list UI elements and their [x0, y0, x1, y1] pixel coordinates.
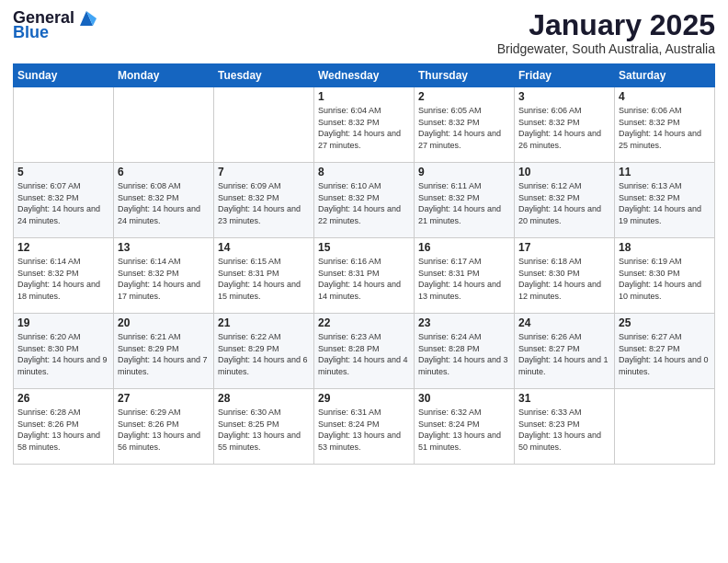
day-number: 12	[17, 241, 109, 254]
col-friday: Friday	[515, 64, 615, 87]
calendar-cell: 23Sunrise: 6:24 AMSunset: 8:28 PMDayligh…	[415, 314, 515, 389]
day-number: 10	[518, 166, 610, 178]
calendar-cell: 13Sunrise: 6:14 AMSunset: 8:32 PMDayligh…	[114, 238, 214, 314]
day-number: 28	[218, 392, 310, 405]
calendar-cell: 3Sunrise: 6:06 AMSunset: 8:32 PMDaylight…	[515, 87, 615, 163]
logo-icon	[76, 9, 97, 28]
day-number: 11	[619, 166, 711, 178]
day-info: Sunrise: 6:23 AMSunset: 8:28 PMDaylight:…	[318, 331, 410, 377]
day-info: Sunrise: 6:30 AMSunset: 8:25 PMDaylight:…	[218, 407, 310, 453]
calendar-week-1: 1Sunrise: 6:04 AMSunset: 8:32 PMDaylight…	[14, 87, 715, 163]
day-number: 19	[17, 316, 109, 329]
day-number: 31	[518, 392, 610, 405]
day-info: Sunrise: 6:31 AMSunset: 8:24 PMDaylight:…	[318, 407, 410, 453]
day-info: Sunrise: 6:14 AMSunset: 8:32 PMDaylight:…	[17, 256, 109, 302]
day-info: Sunrise: 6:20 AMSunset: 8:30 PMDaylight:…	[17, 331, 109, 377]
calendar-cell	[214, 87, 314, 163]
day-info: Sunrise: 6:24 AMSunset: 8:28 PMDaylight:…	[418, 331, 510, 377]
day-number: 2	[418, 90, 510, 103]
day-number: 5	[17, 166, 109, 178]
day-number: 17	[518, 241, 610, 254]
day-number: 4	[619, 90, 711, 103]
calendar-cell: 27Sunrise: 6:29 AMSunset: 8:26 PMDayligh…	[114, 389, 214, 465]
calendar-cell: 19Sunrise: 6:20 AMSunset: 8:30 PMDayligh…	[14, 314, 114, 389]
calendar-week-3: 12Sunrise: 6:14 AMSunset: 8:32 PMDayligh…	[14, 238, 715, 314]
day-info: Sunrise: 6:10 AMSunset: 8:32 PMDaylight:…	[318, 180, 410, 226]
day-number: 26	[17, 392, 109, 405]
calendar-cell: 12Sunrise: 6:14 AMSunset: 8:32 PMDayligh…	[14, 238, 114, 314]
calendar-cell: 9Sunrise: 6:11 AMSunset: 8:32 PMDaylight…	[415, 163, 515, 238]
day-number: 23	[418, 316, 510, 329]
day-info: Sunrise: 6:07 AMSunset: 8:32 PMDaylight:…	[17, 180, 109, 226]
day-info: Sunrise: 6:21 AMSunset: 8:29 PMDaylight:…	[118, 331, 210, 377]
day-number: 30	[418, 392, 510, 405]
day-info: Sunrise: 6:27 AMSunset: 8:27 PMDaylight:…	[619, 331, 711, 377]
calendar-cell: 21Sunrise: 6:22 AMSunset: 8:29 PMDayligh…	[214, 314, 314, 389]
day-number: 18	[619, 241, 711, 254]
calendar-cell: 16Sunrise: 6:17 AMSunset: 8:31 PMDayligh…	[415, 238, 515, 314]
day-number: 21	[218, 316, 310, 329]
day-info: Sunrise: 6:15 AMSunset: 8:31 PMDaylight:…	[218, 256, 310, 302]
day-number: 29	[318, 392, 410, 405]
col-thursday: Thursday	[415, 64, 515, 87]
calendar-cell: 10Sunrise: 6:12 AMSunset: 8:32 PMDayligh…	[515, 163, 615, 238]
calendar-cell: 14Sunrise: 6:15 AMSunset: 8:31 PMDayligh…	[214, 238, 314, 314]
day-number: 9	[418, 166, 510, 178]
day-number: 24	[518, 316, 610, 329]
calendar-cell: 30Sunrise: 6:32 AMSunset: 8:24 PMDayligh…	[415, 389, 515, 465]
day-number: 27	[118, 392, 210, 405]
col-saturday: Saturday	[615, 64, 715, 87]
calendar-header-row: Sunday Monday Tuesday Wednesday Thursday…	[14, 64, 715, 87]
day-number: 8	[318, 166, 410, 178]
day-info: Sunrise: 6:16 AMSunset: 8:31 PMDaylight:…	[318, 256, 410, 302]
day-info: Sunrise: 6:28 AMSunset: 8:26 PMDaylight:…	[17, 407, 109, 453]
calendar-cell: 22Sunrise: 6:23 AMSunset: 8:28 PMDayligh…	[314, 314, 415, 389]
calendar-cell: 17Sunrise: 6:18 AMSunset: 8:30 PMDayligh…	[515, 238, 615, 314]
calendar-week-2: 5Sunrise: 6:07 AMSunset: 8:32 PMDaylight…	[14, 163, 715, 238]
calendar-cell	[14, 87, 114, 163]
day-info: Sunrise: 6:09 AMSunset: 8:32 PMDaylight:…	[218, 180, 310, 226]
day-number: 14	[218, 241, 310, 254]
calendar-cell: 15Sunrise: 6:16 AMSunset: 8:31 PMDayligh…	[314, 238, 415, 314]
calendar-cell: 8Sunrise: 6:10 AMSunset: 8:32 PMDaylight…	[314, 163, 415, 238]
calendar-cell: 29Sunrise: 6:31 AMSunset: 8:24 PMDayligh…	[314, 389, 415, 465]
day-info: Sunrise: 6:19 AMSunset: 8:30 PMDaylight:…	[619, 256, 711, 302]
calendar-cell: 11Sunrise: 6:13 AMSunset: 8:32 PMDayligh…	[615, 163, 715, 238]
day-info: Sunrise: 6:22 AMSunset: 8:29 PMDaylight:…	[218, 331, 310, 377]
day-info: Sunrise: 6:33 AMSunset: 8:23 PMDaylight:…	[518, 407, 610, 453]
calendar-cell: 25Sunrise: 6:27 AMSunset: 8:27 PMDayligh…	[615, 314, 715, 389]
calendar-cell: 6Sunrise: 6:08 AMSunset: 8:32 PMDaylight…	[114, 163, 214, 238]
calendar-cell	[615, 389, 715, 465]
logo-blue: Blue	[13, 24, 49, 42]
day-number: 16	[418, 241, 510, 254]
day-info: Sunrise: 6:29 AMSunset: 8:26 PMDaylight:…	[118, 407, 210, 453]
day-info: Sunrise: 6:14 AMSunset: 8:32 PMDaylight:…	[118, 256, 210, 302]
calendar-cell: 5Sunrise: 6:07 AMSunset: 8:32 PMDaylight…	[14, 163, 114, 238]
calendar-cell: 24Sunrise: 6:26 AMSunset: 8:27 PMDayligh…	[515, 314, 615, 389]
calendar-cell: 26Sunrise: 6:28 AMSunset: 8:26 PMDayligh…	[14, 389, 114, 465]
day-number: 20	[118, 316, 210, 329]
day-number: 7	[218, 166, 310, 178]
day-number: 6	[118, 166, 210, 178]
day-number: 25	[619, 316, 711, 329]
calendar-cell: 1Sunrise: 6:04 AMSunset: 8:32 PMDaylight…	[314, 87, 415, 163]
page: General Blue January 2025 Bridgewater, S…	[0, 0, 728, 563]
calendar-cell	[114, 87, 214, 163]
day-number: 22	[318, 316, 410, 329]
calendar-cell: 20Sunrise: 6:21 AMSunset: 8:29 PMDayligh…	[114, 314, 214, 389]
calendar-cell: 4Sunrise: 6:06 AMSunset: 8:32 PMDaylight…	[615, 87, 715, 163]
day-info: Sunrise: 6:06 AMSunset: 8:32 PMDaylight:…	[619, 105, 711, 151]
day-info: Sunrise: 6:26 AMSunset: 8:27 PMDaylight:…	[518, 331, 610, 377]
col-sunday: Sunday	[14, 64, 114, 87]
day-info: Sunrise: 6:32 AMSunset: 8:24 PMDaylight:…	[418, 407, 510, 453]
col-wednesday: Wednesday	[314, 64, 415, 87]
calendar-cell: 7Sunrise: 6:09 AMSunset: 8:32 PMDaylight…	[214, 163, 314, 238]
calendar-week-4: 19Sunrise: 6:20 AMSunset: 8:30 PMDayligh…	[14, 314, 715, 389]
day-info: Sunrise: 6:08 AMSunset: 8:32 PMDaylight:…	[118, 180, 210, 226]
day-info: Sunrise: 6:17 AMSunset: 8:31 PMDaylight:…	[418, 256, 510, 302]
title-block: January 2025 Bridgewater, South Australi…	[497, 9, 715, 56]
day-number: 3	[518, 90, 610, 103]
day-info: Sunrise: 6:18 AMSunset: 8:30 PMDaylight:…	[518, 256, 610, 302]
calendar-cell: 2Sunrise: 6:05 AMSunset: 8:32 PMDaylight…	[415, 87, 515, 163]
day-info: Sunrise: 6:06 AMSunset: 8:32 PMDaylight:…	[518, 105, 610, 151]
